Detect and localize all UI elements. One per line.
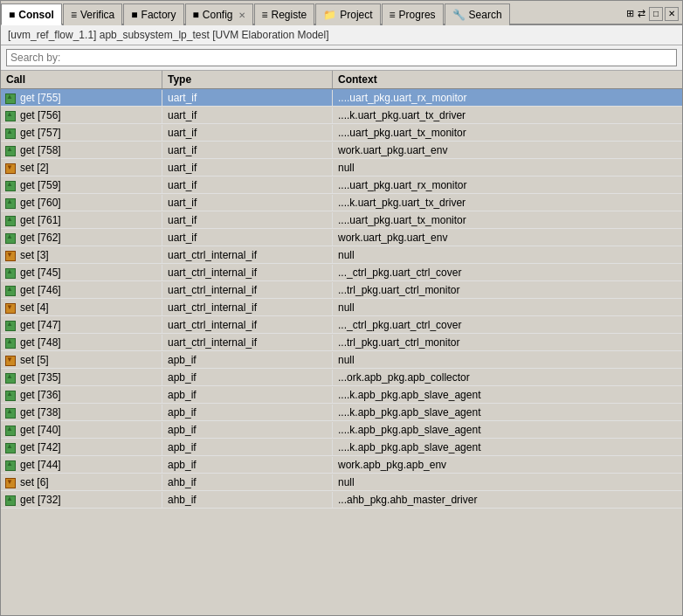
tab-consol[interactable]: ■ Consol xyxy=(1,3,62,25)
table-row[interactable]: set [3]uart_ctrl_internal_ifnull xyxy=(1,246,682,264)
context-cell: work.apb_pkg.apb_env xyxy=(333,457,682,473)
type-cell: ahb_if xyxy=(162,492,333,508)
context-cell: ....k.uart_pkg.uart_tx_driver xyxy=(333,107,682,123)
tab-factory[interactable]: ■ Factory xyxy=(123,3,183,25)
table-row[interactable]: get [738]apb_if....k.apb_pkg.apb_slave_a… xyxy=(1,404,682,421)
call-cell: set [5] xyxy=(1,352,162,368)
get-icon xyxy=(4,406,17,419)
get-icon xyxy=(4,336,17,349)
table-row[interactable]: get [736]apb_if....k.apb_pkg.apb_slave_a… xyxy=(1,386,682,404)
type-cell: apb_if xyxy=(162,457,333,473)
table-row[interactable]: set [5]apb_ifnull xyxy=(1,351,682,369)
call-text: get [738] xyxy=(20,406,61,419)
type-cell: apb_if xyxy=(162,422,333,438)
call-text: get [748] xyxy=(20,336,61,349)
table-row[interactable]: get [760]uart_if....k.uart_pkg.uart_tx_d… xyxy=(1,194,682,211)
type-cell: uart_ctrl_internal_if xyxy=(162,282,333,298)
call-cell: get [735] xyxy=(1,370,162,385)
window-close-button[interactable]: ✕ xyxy=(665,7,679,21)
set-icon xyxy=(4,301,17,314)
breadcrumb: [uvm_ref_flow_1.1] apb_subsystem_lp_test… xyxy=(1,25,682,45)
context-cell: ....k.apb_pkg.apb_slave_agent xyxy=(333,405,682,420)
tab-project[interactable]: 📁 Project xyxy=(315,3,380,25)
table-row[interactable]: get [732]ahb_if...ahb_pkg.ahb_master_dri… xyxy=(1,491,682,509)
table-row[interactable]: get [756]uart_if....k.uart_pkg.uart_tx_d… xyxy=(1,107,682,124)
call-cell: get [755] xyxy=(1,90,162,106)
table-row[interactable]: get [742]apb_if....k.apb_pkg.apb_slave_a… xyxy=(1,439,682,456)
config-tab-label: Config xyxy=(203,9,233,21)
table-row[interactable]: get [758]uart_ifwork.uart_pkg.uart_env xyxy=(1,142,682,159)
call-cell: get [736] xyxy=(1,387,162,403)
context-cell: ...trl_pkg.uart_ctrl_monitor xyxy=(333,335,682,350)
tab-verifica[interactable]: ≡ Verifica xyxy=(63,3,122,25)
call-text: set [5] xyxy=(20,354,49,366)
type-cell: uart_if xyxy=(162,125,333,141)
call-cell: get [760] xyxy=(1,195,162,211)
get-icon xyxy=(4,494,17,506)
call-text: get [759] xyxy=(20,179,61,191)
call-text: set [2] xyxy=(20,162,49,174)
call-text: set [4] xyxy=(20,301,49,314)
table-row[interactable]: get [747]uart_ctrl_internal_if..._ctrl_p… xyxy=(1,316,682,334)
table-row[interactable]: get [761]uart_if....uart_pkg.uart_tx_mon… xyxy=(1,211,682,229)
tab-registe[interactable]: ≡ Registe xyxy=(254,3,315,25)
call-text: get [756] xyxy=(20,109,61,121)
context-cell: ....k.apb_pkg.apb_slave_agent xyxy=(333,422,682,438)
table-row[interactable]: get [759]uart_if....uart_pkg.uart_rx_mon… xyxy=(1,176,682,194)
table-row[interactable]: get [745]uart_ctrl_internal_if..._ctrl_p… xyxy=(1,264,682,281)
type-cell: uart_if xyxy=(162,90,333,106)
table-row[interactable]: get [735]apb_if...ork.apb_pkg.apb_collec… xyxy=(1,369,682,386)
get-icon xyxy=(4,92,17,104)
table-row[interactable]: get [746]uart_ctrl_internal_if...trl_pkg… xyxy=(1,281,682,299)
call-text: get [755] xyxy=(20,92,61,104)
get-icon xyxy=(4,441,17,453)
grid-icon: ⊞ xyxy=(626,8,634,19)
call-text: set [3] xyxy=(20,249,49,261)
call-cell: get [748] xyxy=(1,335,162,350)
config-tab-close[interactable]: ✕ xyxy=(238,10,245,20)
call-cell: get [740] xyxy=(1,422,162,438)
call-text: get [746] xyxy=(20,284,61,296)
table-scroll[interactable]: get [755]uart_if....uart_pkg.uart_rx_mon… xyxy=(1,89,682,615)
type-cell: apb_if xyxy=(162,440,333,455)
table-row[interactable]: set [2]uart_ifnull xyxy=(1,159,682,176)
tab-bar: ■ Consol ≡ Verifica ■ Factory ■ Config ✕… xyxy=(1,1,682,25)
get-icon xyxy=(4,459,17,471)
table-row[interactable]: get [762]uart_ifwork.uart_pkg.uart_env xyxy=(1,229,682,246)
table-row[interactable]: get [740]apb_if....k.apb_pkg.apb_slave_a… xyxy=(1,421,682,439)
context-cell: ....k.uart_pkg.uart_tx_driver xyxy=(333,195,682,211)
type-cell: ahb_if xyxy=(162,474,333,490)
window-restore-button[interactable]: □ xyxy=(649,7,663,21)
tab-search[interactable]: 🔧 Search xyxy=(445,3,510,25)
get-icon xyxy=(4,266,17,279)
table-row[interactable]: set [6]ahb_ifnull xyxy=(1,474,682,491)
type-cell: uart_if xyxy=(162,177,333,193)
context-cell: null xyxy=(333,300,682,315)
search-input[interactable] xyxy=(6,49,677,66)
factory-tab-label: Factory xyxy=(141,9,176,21)
get-icon xyxy=(4,319,17,331)
call-text: get [758] xyxy=(20,144,61,156)
table-row[interactable]: get [748]uart_ctrl_internal_if...trl_pkg… xyxy=(1,334,682,351)
tab-config[interactable]: ■ Config ✕ xyxy=(185,3,253,25)
type-cell: uart_if xyxy=(162,195,333,211)
context-cell: ....uart_pkg.uart_tx_monitor xyxy=(333,212,682,228)
call-cell: get [758] xyxy=(1,142,162,158)
call-cell: get [756] xyxy=(1,107,162,123)
context-cell: work.uart_pkg.uart_env xyxy=(333,230,682,246)
table-row[interactable]: get [744]apb_ifwork.apb_pkg.apb_env xyxy=(1,456,682,474)
tab-progres[interactable]: ≡ Progres xyxy=(382,3,444,25)
table-header: Call Type Context xyxy=(1,71,682,89)
progres-tab-label: Progres xyxy=(399,9,436,21)
call-cell: get [744] xyxy=(1,457,162,473)
context-cell: ....k.apb_pkg.apb_slave_agent xyxy=(333,440,682,455)
table-row[interactable]: set [4]uart_ctrl_internal_ifnull xyxy=(1,299,682,316)
registe-tab-label: Registe xyxy=(272,9,307,21)
call-cell: get [761] xyxy=(1,212,162,228)
table-row[interactable]: get [757]uart_if....uart_pkg.uart_tx_mon… xyxy=(1,124,682,142)
set-icon xyxy=(4,162,17,174)
table-row[interactable]: get [755]uart_if....uart_pkg.uart_rx_mon… xyxy=(1,89,682,107)
set-icon xyxy=(4,476,17,488)
get-icon xyxy=(4,389,17,401)
context-cell: ....uart_pkg.uart_tx_monitor xyxy=(333,125,682,141)
